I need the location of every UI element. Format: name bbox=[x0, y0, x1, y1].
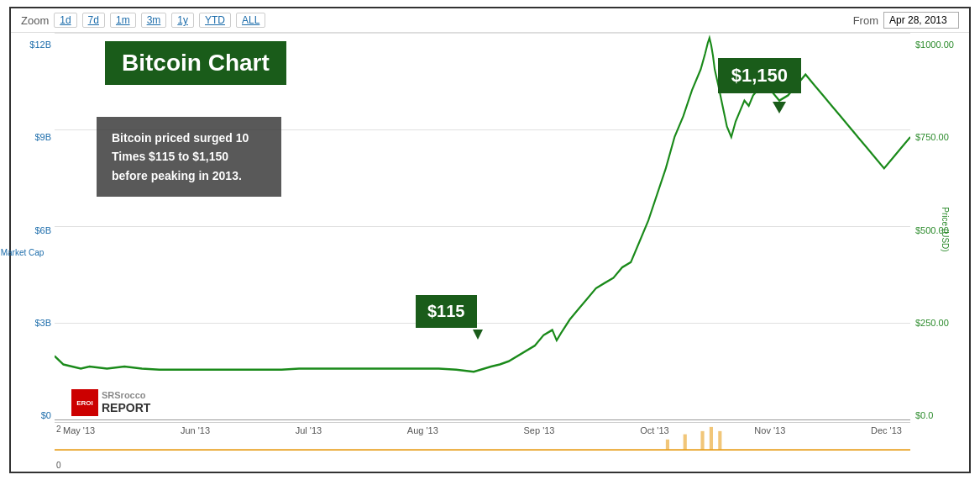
zoom-all-button[interactable]: ALL bbox=[236, 13, 265, 28]
zoom-1m-button[interactable]: 1m bbox=[110, 13, 136, 28]
y-left-label-2: $6B bbox=[14, 225, 51, 235]
from-date-input[interactable] bbox=[883, 12, 959, 29]
y-right-label-4: $0.0 bbox=[915, 410, 966, 420]
y-right-label-3: $250.00 bbox=[915, 318, 966, 328]
info-box: Bitcoin priced surged 10 Times $115 to $… bbox=[97, 117, 281, 197]
vol-label-2: 2 bbox=[56, 425, 61, 434]
callout-high: $1,150 bbox=[718, 58, 801, 93]
arrow-low-icon bbox=[473, 330, 483, 340]
y-left-label-1: $9B bbox=[14, 132, 51, 142]
toolbar: Zoom 1d 7d 1m 3m 1y YTD ALL From bbox=[11, 8, 969, 33]
bitcoin-title: Bitcoin Chart bbox=[122, 50, 270, 76]
chart-svg bbox=[55, 33, 910, 471]
from-section: From bbox=[853, 12, 959, 29]
logo-abbr: EROI bbox=[76, 399, 93, 407]
callout-low: $115 bbox=[416, 295, 477, 328]
zoom-3m-button[interactable]: 3m bbox=[141, 13, 167, 28]
callout-low-label: $115 bbox=[427, 302, 465, 320]
zoom-label: Zoom bbox=[21, 14, 49, 27]
bitcoin-title-box: Bitcoin Chart bbox=[105, 41, 286, 85]
zoom-1d-button[interactable]: 1d bbox=[54, 13, 76, 28]
logo-area: EROI SRSrocco REPORT bbox=[71, 389, 150, 416]
chart-container: Zoom 1d 7d 1m 3m 1y YTD ALL From Market … bbox=[9, 7, 971, 473]
callout-high-label: $1,150 bbox=[731, 65, 788, 86]
vol-label-0: 0 bbox=[56, 461, 61, 470]
y-right-label-0: $1000.00 bbox=[915, 40, 966, 50]
y-axis-left-title: Market Cap bbox=[1, 247, 45, 256]
y-right-label-1: $750.00 bbox=[915, 132, 966, 142]
logo-text: SRSrocco REPORT bbox=[102, 390, 150, 415]
logo-srs: SRSrocco bbox=[102, 390, 150, 401]
y-axis-right: $1000.00 $750.00 $500.00 $250.00 $0.0 Pr… bbox=[910, 33, 969, 471]
y-left-label-4: $0 bbox=[14, 410, 51, 420]
y-axis-left: Market Cap $12B $9B $6B $3B $0 bbox=[11, 33, 55, 471]
info-text: Bitcoin priced surged 10 Times $115 to $… bbox=[112, 131, 249, 182]
volume-area: 2 0 24h Vol bbox=[55, 422, 910, 471]
y-left-label-3: $3B bbox=[14, 318, 51, 328]
zoom-1y-button[interactable]: 1y bbox=[171, 13, 194, 28]
from-label: From bbox=[853, 14, 878, 27]
y-left-label-0: $12B bbox=[14, 40, 51, 50]
y-axis-right-title: Price (USD) bbox=[941, 208, 950, 252]
chart-inner: May '13 Jun '13 Jul '13 Aug '13 Sep '13 … bbox=[55, 33, 910, 471]
volume-y-labels: 2 0 bbox=[56, 425, 61, 470]
zoom-7d-button[interactable]: 7d bbox=[82, 13, 105, 28]
arrow-high-icon bbox=[773, 102, 786, 113]
chart-area: Market Cap $12B $9B $6B $3B $0 bbox=[11, 33, 969, 471]
logo-report: REPORT bbox=[102, 401, 150, 415]
x-axis bbox=[55, 419, 910, 420]
zoom-ytd-button[interactable]: YTD bbox=[199, 13, 231, 28]
logo-icon: EROI bbox=[71, 389, 98, 416]
